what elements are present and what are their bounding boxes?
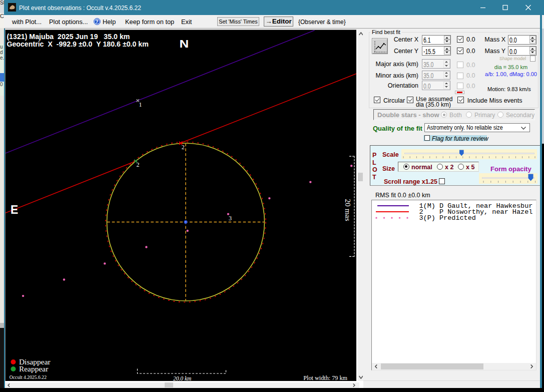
svg-text:(1321) Majuba 2025 Jun 19 3: (1321) Majuba 2025 Jun 19 35.0 km [7, 32, 130, 40]
svg-text:1: 1 [139, 101, 142, 108]
svg-text:20.0 km: 20.0 km [173, 375, 191, 381]
svg-text:Plot width: 79 km: Plot width: 79 km [303, 374, 347, 381]
svg-text:Reappear: Reappear [19, 364, 49, 372]
svg-text:Occult 4.2025.6.22: Occult 4.2025.6.22 [10, 374, 47, 380]
svg-text:E: E [11, 203, 18, 216]
svg-text:3: 3 [229, 214, 232, 221]
svg-text:Geocentric X -992.9 ±0.0 Y: Geocentric X -992.9 ±0.0 Y 180.6 ±0.0 km [7, 40, 148, 48]
svg-text:20 mas: 20 mas [344, 199, 352, 221]
svg-text:N: N [179, 37, 189, 50]
svg-text:2: 2 [182, 143, 185, 150]
svg-text:2: 2 [137, 161, 140, 168]
